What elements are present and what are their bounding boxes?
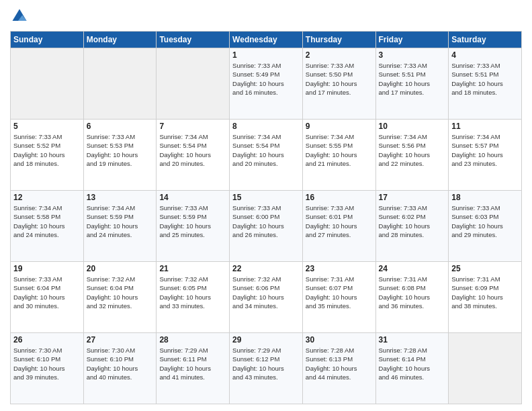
day-number: 20 xyxy=(87,264,154,273)
calendar-cell: 24Sunrise: 7:31 AM Sunset: 6:08 PM Dayli… xyxy=(375,262,449,333)
calendar-cell xyxy=(11,48,84,120)
calendar-cell: 13Sunrise: 7:34 AM Sunset: 5:59 PM Dayli… xyxy=(83,191,157,262)
calendar-cell: 19Sunrise: 7:33 AM Sunset: 6:04 PM Dayli… xyxy=(11,262,84,333)
day-number: 18 xyxy=(451,193,519,202)
weekday-header: Thursday xyxy=(302,32,375,48)
calendar-cell: 12Sunrise: 7:34 AM Sunset: 5:58 PM Dayli… xyxy=(11,191,84,262)
calendar-header-row: SundayMondayTuesdayWednesdayThursdayFrid… xyxy=(11,32,522,48)
day-number: 30 xyxy=(306,335,373,345)
logo xyxy=(10,7,32,26)
calendar-week-row: 1Sunrise: 7:33 AM Sunset: 5:49 PM Daylig… xyxy=(11,48,522,120)
page-container: SundayMondayTuesdayWednesdayThursdayFrid… xyxy=(0,0,532,411)
day-info: Sunrise: 7:30 AM Sunset: 6:10 PM Dayligh… xyxy=(87,346,154,381)
day-info: Sunrise: 7:31 AM Sunset: 6:07 PM Dayligh… xyxy=(306,275,373,310)
calendar-week-row: 19Sunrise: 7:33 AM Sunset: 6:04 PM Dayli… xyxy=(11,262,522,333)
day-info: Sunrise: 7:34 AM Sunset: 5:54 PM Dayligh… xyxy=(232,132,300,168)
calendar-cell: 23Sunrise: 7:31 AM Sunset: 6:07 PM Dayli… xyxy=(302,262,375,333)
weekday-header: Monday xyxy=(83,32,157,48)
logo-icon xyxy=(10,7,29,26)
calendar-cell: 10Sunrise: 7:34 AM Sunset: 5:56 PM Dayli… xyxy=(375,120,449,191)
calendar-cell: 14Sunrise: 7:33 AM Sunset: 5:59 PM Dayli… xyxy=(157,191,230,262)
day-number: 9 xyxy=(306,122,373,131)
day-info: Sunrise: 7:33 AM Sunset: 6:03 PM Dayligh… xyxy=(451,203,519,239)
day-number: 23 xyxy=(306,264,373,273)
calendar-week-row: 26Sunrise: 7:30 AM Sunset: 6:10 PM Dayli… xyxy=(11,333,522,404)
day-info: Sunrise: 7:29 AM Sunset: 6:11 PM Dayligh… xyxy=(159,346,226,381)
day-number: 13 xyxy=(87,193,154,202)
calendar-cell xyxy=(449,333,522,404)
day-number: 4 xyxy=(451,50,519,60)
day-number: 11 xyxy=(451,122,519,131)
day-number: 29 xyxy=(232,335,300,345)
day-number: 1 xyxy=(232,50,300,60)
calendar-week-row: 5Sunrise: 7:33 AM Sunset: 5:52 PM Daylig… xyxy=(11,120,522,191)
calendar-cell: 28Sunrise: 7:29 AM Sunset: 6:11 PM Dayli… xyxy=(157,333,230,404)
calendar-cell: 15Sunrise: 7:33 AM Sunset: 6:00 PM Dayli… xyxy=(230,191,303,262)
calendar-cell: 17Sunrise: 7:33 AM Sunset: 6:02 PM Dayli… xyxy=(375,191,449,262)
header xyxy=(10,7,522,26)
calendar-cell: 11Sunrise: 7:34 AM Sunset: 5:57 PM Dayli… xyxy=(449,120,522,191)
weekday-header: Sunday xyxy=(11,32,84,48)
weekday-header: Saturday xyxy=(449,32,522,48)
day-info: Sunrise: 7:33 AM Sunset: 5:50 PM Dayligh… xyxy=(306,61,373,97)
day-number: 12 xyxy=(13,193,81,202)
calendar-cell: 7Sunrise: 7:34 AM Sunset: 5:54 PM Daylig… xyxy=(157,120,230,191)
day-number: 19 xyxy=(13,264,81,273)
day-info: Sunrise: 7:33 AM Sunset: 6:01 PM Dayligh… xyxy=(306,203,373,239)
day-info: Sunrise: 7:29 AM Sunset: 6:12 PM Dayligh… xyxy=(232,346,300,381)
day-number: 2 xyxy=(306,50,373,60)
calendar-cell xyxy=(157,48,230,120)
day-info: Sunrise: 7:33 AM Sunset: 5:59 PM Dayligh… xyxy=(159,203,226,239)
calendar-cell: 22Sunrise: 7:32 AM Sunset: 6:06 PM Dayli… xyxy=(230,262,303,333)
day-info: Sunrise: 7:33 AM Sunset: 5:49 PM Dayligh… xyxy=(232,61,300,97)
calendar-cell: 27Sunrise: 7:30 AM Sunset: 6:10 PM Dayli… xyxy=(83,333,157,404)
day-number: 8 xyxy=(232,122,300,131)
day-number: 21 xyxy=(159,264,226,273)
day-info: Sunrise: 7:31 AM Sunset: 6:09 PM Dayligh… xyxy=(451,275,519,310)
day-number: 24 xyxy=(379,264,446,273)
calendar-cell xyxy=(83,48,157,120)
calendar-cell: 3Sunrise: 7:33 AM Sunset: 5:51 PM Daylig… xyxy=(375,48,449,120)
calendar-cell: 20Sunrise: 7:32 AM Sunset: 6:04 PM Dayli… xyxy=(83,262,157,333)
day-info: Sunrise: 7:33 AM Sunset: 5:51 PM Dayligh… xyxy=(379,61,446,97)
day-number: 31 xyxy=(379,335,446,345)
calendar-cell: 5Sunrise: 7:33 AM Sunset: 5:52 PM Daylig… xyxy=(11,120,84,191)
day-info: Sunrise: 7:33 AM Sunset: 5:53 PM Dayligh… xyxy=(87,132,154,168)
calendar-cell: 21Sunrise: 7:32 AM Sunset: 6:05 PM Dayli… xyxy=(157,262,230,333)
day-info: Sunrise: 7:33 AM Sunset: 5:51 PM Dayligh… xyxy=(451,61,519,97)
day-number: 15 xyxy=(232,193,300,202)
day-number: 6 xyxy=(87,122,154,131)
calendar: SundayMondayTuesdayWednesdayThursdayFrid… xyxy=(10,31,522,404)
calendar-cell: 16Sunrise: 7:33 AM Sunset: 6:01 PM Dayli… xyxy=(302,191,375,262)
calendar-cell: 26Sunrise: 7:30 AM Sunset: 6:10 PM Dayli… xyxy=(11,333,84,404)
day-info: Sunrise: 7:30 AM Sunset: 6:10 PM Dayligh… xyxy=(13,346,81,381)
weekday-header: Friday xyxy=(375,32,449,48)
day-number: 25 xyxy=(451,264,519,273)
day-info: Sunrise: 7:28 AM Sunset: 6:14 PM Dayligh… xyxy=(379,346,446,381)
calendar-cell: 6Sunrise: 7:33 AM Sunset: 5:53 PM Daylig… xyxy=(83,120,157,191)
day-number: 28 xyxy=(159,335,226,345)
calendar-cell: 31Sunrise: 7:28 AM Sunset: 6:14 PM Dayli… xyxy=(375,333,449,404)
calendar-cell: 1Sunrise: 7:33 AM Sunset: 5:49 PM Daylig… xyxy=(230,48,303,120)
day-info: Sunrise: 7:34 AM Sunset: 5:56 PM Dayligh… xyxy=(379,132,446,168)
day-info: Sunrise: 7:34 AM Sunset: 5:59 PM Dayligh… xyxy=(87,203,154,239)
calendar-cell: 30Sunrise: 7:28 AM Sunset: 6:13 PM Dayli… xyxy=(302,333,375,404)
day-number: 5 xyxy=(13,122,81,131)
calendar-cell: 4Sunrise: 7:33 AM Sunset: 5:51 PM Daylig… xyxy=(449,48,522,120)
calendar-cell: 29Sunrise: 7:29 AM Sunset: 6:12 PM Dayli… xyxy=(230,333,303,404)
day-info: Sunrise: 7:33 AM Sunset: 6:02 PM Dayligh… xyxy=(379,203,446,239)
day-number: 16 xyxy=(306,193,373,202)
day-number: 3 xyxy=(379,50,446,60)
day-number: 17 xyxy=(379,193,446,202)
weekday-header: Wednesday xyxy=(230,32,303,48)
calendar-cell: 9Sunrise: 7:34 AM Sunset: 5:55 PM Daylig… xyxy=(302,120,375,191)
day-info: Sunrise: 7:34 AM Sunset: 5:54 PM Dayligh… xyxy=(159,132,226,168)
day-info: Sunrise: 7:32 AM Sunset: 6:04 PM Dayligh… xyxy=(87,275,154,310)
day-info: Sunrise: 7:34 AM Sunset: 5:55 PM Dayligh… xyxy=(306,132,373,168)
day-number: 7 xyxy=(159,122,226,131)
calendar-cell: 2Sunrise: 7:33 AM Sunset: 5:50 PM Daylig… xyxy=(302,48,375,120)
weekday-header: Tuesday xyxy=(157,32,230,48)
calendar-cell: 25Sunrise: 7:31 AM Sunset: 6:09 PM Dayli… xyxy=(449,262,522,333)
day-number: 27 xyxy=(87,335,154,345)
day-number: 22 xyxy=(232,264,300,273)
